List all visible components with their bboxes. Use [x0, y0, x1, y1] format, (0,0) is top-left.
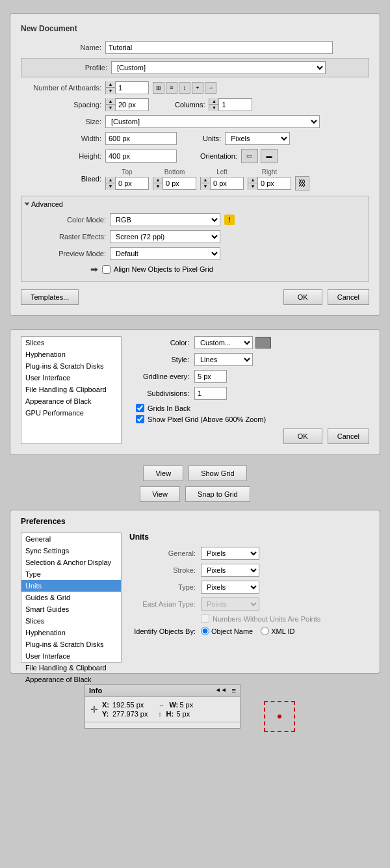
size-label: Size:: [21, 118, 105, 125]
pref-hyphenation[interactable]: Hyphenation: [21, 627, 121, 638]
pref-guides[interactable]: Guides & Grid: [21, 592, 121, 603]
bleed-right-down[interactable]: ▼: [248, 183, 257, 190]
sidebar-gpu[interactable]: GPU Performance: [21, 407, 121, 419]
bleed-bottom-down[interactable]: ▼: [153, 183, 162, 190]
identify-label: Identify Objects By:: [129, 627, 201, 635]
size-row: Size: [Custom]: [21, 115, 369, 128]
color-swatch[interactable]: [255, 337, 271, 349]
landscape-btn[interactable]: ▬: [261, 149, 278, 163]
color-select[interactable]: Custom...: [194, 336, 253, 349]
sidebar-appearance[interactable]: Appearance of Black: [21, 395, 121, 407]
name-input[interactable]: [105, 41, 333, 54]
view-buttons-section: View Show Grid View Snap to Grid: [10, 466, 380, 502]
view-button-1[interactable]: View: [143, 466, 183, 481]
ok-button[interactable]: OK: [283, 289, 322, 305]
pref-file2[interactable]: File Handling & Clipboard: [21, 662, 121, 674]
bleed-left-up[interactable]: ▲: [201, 177, 210, 183]
bleed-left-spinner[interactable]: ▲ ▼ 0 px: [200, 177, 244, 190]
pref-slices[interactable]: Slices: [21, 615, 121, 627]
templates-button[interactable]: Templates...: [21, 289, 79, 305]
bleed-top-spinner[interactable]: ▲ ▼ 0 px: [105, 177, 149, 190]
pref-type[interactable]: Type: [21, 568, 121, 580]
columns-down[interactable]: ▼: [209, 105, 218, 111]
stroke-select[interactable]: Pixels: [201, 564, 259, 577]
units-select[interactable]: Pixels: [225, 132, 290, 145]
sidebar-plugins[interactable]: Plug-ins & Scratch Disks: [21, 360, 121, 372]
sidebar-file-handling[interactable]: File Handling & Clipboard: [21, 384, 121, 395]
cancel-button[interactable]: Cancel: [328, 289, 369, 305]
subdivisions-input[interactable]: [194, 387, 227, 400]
object-name-option[interactable]: Object Name: [201, 627, 253, 635]
name-label: Name:: [21, 44, 105, 51]
add-icon[interactable]: +: [192, 82, 203, 94]
align-checkbox[interactable]: [102, 265, 110, 274]
collapse-icon[interactable]: ◄◄: [215, 687, 227, 694]
spacing-up[interactable]: ▲: [106, 98, 115, 105]
bleed-top-label: Top: [122, 168, 132, 176]
grid-ok-button[interactable]: OK: [283, 428, 322, 444]
pref-selection[interactable]: Selection & Anchor Display: [21, 557, 121, 568]
sidebar-ui[interactable]: User Interface: [21, 372, 121, 384]
bleed-right-spinner[interactable]: ▲ ▼ 0 px: [248, 177, 291, 190]
pref-plugins2[interactable]: Plug-ins & Scratch Disks: [21, 638, 121, 650]
view-button-2[interactable]: View: [140, 486, 180, 502]
snap-grid-button[interactable]: Snap to Grid: [185, 486, 250, 502]
show-grid-button[interactable]: Show Grid: [188, 466, 246, 481]
profile-label: Profile:: [27, 64, 111, 72]
grid-cancel-button[interactable]: Cancel: [328, 428, 369, 444]
type-label: Type:: [129, 583, 201, 591]
artboards-up[interactable]: ▲: [106, 81, 115, 88]
col-icon[interactable]: ↕: [179, 82, 190, 94]
size-select[interactable]: [Custom]: [105, 115, 320, 128]
grids-in-back-checkbox[interactable]: [136, 404, 144, 412]
h-coord: ↕ H: 5 px: [158, 710, 193, 718]
menu-icon[interactable]: ≡: [232, 687, 236, 694]
portrait-btn[interactable]: ▭: [241, 149, 258, 163]
object-name-radio[interactable]: [201, 627, 209, 635]
show-pixel-checkbox[interactable]: [136, 415, 144, 423]
bleed-top-up[interactable]: ▲: [106, 177, 115, 183]
profile-select[interactable]: [Custom]: [111, 61, 326, 74]
preview-select[interactable]: Default: [110, 247, 220, 260]
bleed-bottom-up[interactable]: ▲: [153, 177, 162, 183]
xml-id-option[interactable]: XML ID: [261, 627, 294, 635]
pref-general[interactable]: General: [21, 533, 121, 545]
columns-spinner[interactable]: ▲ ▼ 1: [209, 98, 252, 111]
bleed-bottom-spinner[interactable]: ▲ ▼ 0 px: [153, 177, 196, 190]
pref-units[interactable]: Units: [21, 580, 121, 592]
remove-icon[interactable]: →: [205, 82, 216, 94]
raster-row: Raster Effects: Screen (72 ppi): [25, 230, 365, 243]
spacing-row: Spacing: ▲ ▼ 20 px Columns: ▲ ▼ 1: [21, 98, 369, 111]
pref-smart-guides[interactable]: Smart Guides: [21, 603, 121, 615]
height-input[interactable]: [105, 150, 177, 163]
artboards-down[interactable]: ▼: [106, 88, 115, 94]
type-select[interactable]: Pixels: [201, 581, 259, 594]
color-row: Color: Custom...: [129, 336, 369, 349]
h-arrow-icon: ↕: [158, 711, 161, 718]
row-icon[interactable]: ≡: [166, 82, 177, 94]
pref-sync[interactable]: Sync Settings: [21, 545, 121, 557]
grids-in-back-row: Grids In Back: [136, 404, 369, 412]
raster-select[interactable]: Screen (72 ppi): [110, 230, 220, 243]
general-units-select[interactable]: Pixels: [201, 547, 259, 560]
collapse-triangle[interactable]: [25, 203, 30, 206]
color-mode-select[interactable]: RGB: [110, 213, 220, 226]
grid-icon[interactable]: ⊞: [153, 82, 164, 94]
artboards-spinner[interactable]: ▲ ▼ 1: [105, 81, 149, 94]
pref-ui[interactable]: User Interface: [21, 650, 121, 662]
bleed-top-down[interactable]: ▼: [106, 183, 115, 190]
width-input[interactable]: [105, 132, 177, 145]
bleed-bottom-col: Bottom ▲ ▼ 0 px: [153, 168, 196, 190]
link-bleed-btn[interactable]: ⛓: [295, 176, 309, 191]
columns-up[interactable]: ▲: [209, 98, 218, 105]
spacing-spinner[interactable]: ▲ ▼ 20 px: [105, 98, 149, 111]
align-label: Align New Objects to Pixel Grid: [114, 265, 213, 273]
spacing-down[interactable]: ▼: [106, 105, 115, 111]
sidebar-hyphenation[interactable]: Hyphenation: [21, 349, 121, 360]
sidebar-slices[interactable]: Slices: [21, 337, 121, 349]
gridline-input[interactable]: [194, 370, 227, 383]
style-select[interactable]: Lines: [194, 353, 253, 366]
xml-id-radio[interactable]: [261, 627, 269, 635]
bleed-right-up[interactable]: ▲: [248, 177, 257, 183]
bleed-left-down[interactable]: ▼: [201, 183, 210, 190]
